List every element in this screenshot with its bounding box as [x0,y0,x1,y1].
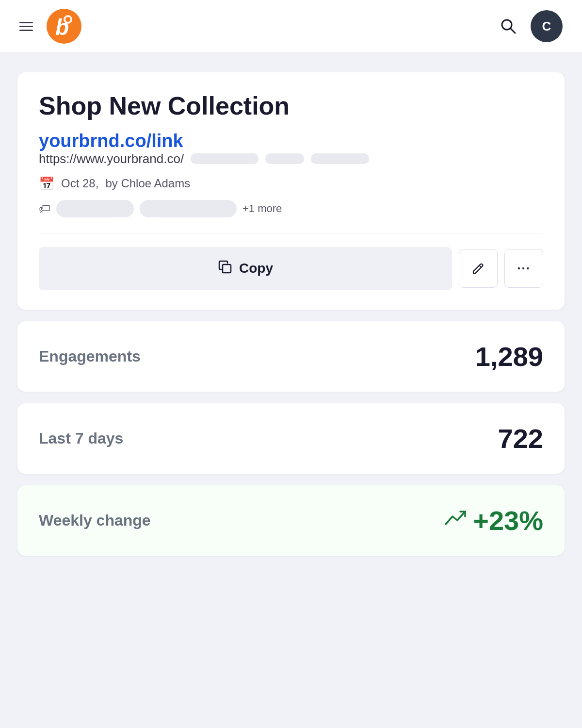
tag-icon: 🏷 [39,202,50,215]
tag-1 [56,200,134,217]
more-button[interactable]: ··· [504,249,543,288]
avatar[interactable]: C [531,10,563,42]
divider [39,233,543,233]
meta-date: Oct 28, [61,177,98,190]
main-content: Shop New Collection yourbrnd.co/link htt… [0,53,582,575]
calendar-icon: 📅 [39,176,54,191]
logo[interactable]: b [47,9,81,44]
url-placeholder-3 [311,153,369,164]
link-title: Shop New Collection [39,92,543,121]
tag-2 [140,200,237,217]
search-icon[interactable] [500,17,517,35]
engagements-label: Engagements [39,347,141,365]
weekly-label: Weekly change [39,512,151,529]
engagements-card: Engagements 1,289 [17,321,565,392]
svg-point-3 [65,17,70,22]
ellipsis-icon: ··· [517,261,531,276]
meta-author: by Chloe Adams [105,177,190,190]
weekly-card: Weekly change +23% [17,485,565,556]
edit-button[interactable] [459,249,498,288]
copy-button-label: Copy [239,261,273,276]
header: b C [0,0,582,53]
last7-value: 722 [498,423,543,454]
hamburger-menu-icon[interactable] [19,22,33,31]
trend-up-icon [445,510,466,531]
long-url-text: https://www.yourbrand.co/ [39,151,184,166]
copy-button[interactable]: Copy [39,247,452,290]
actions-row: Copy ··· [39,247,543,290]
url-placeholder-1 [191,153,259,164]
header-left: b [19,9,81,44]
weekly-value-text: +23% [473,505,543,536]
weekly-value-container: +23% [445,505,543,536]
svg-line-7 [479,265,482,268]
last7-label: Last 7 days [39,430,123,447]
svg-rect-6 [223,265,231,273]
last7-card: Last 7 days 722 [17,403,565,474]
tags-more: +1 more [242,202,282,215]
meta-row: 📅 Oct 28, by Chloe Adams [39,176,543,191]
long-url-row: https://www.yourbrand.co/ [39,151,543,166]
engagements-value: 1,289 [475,341,543,372]
url-placeholder-2 [265,153,304,164]
tags-row: 🏷 +1 more [39,200,543,217]
svg-line-5 [510,28,515,33]
link-card: Shop New Collection yourbrnd.co/link htt… [17,72,565,310]
header-right: C [500,10,563,42]
short-url[interactable]: yourbrnd.co/link [39,131,183,151]
copy-icon [218,260,232,278]
